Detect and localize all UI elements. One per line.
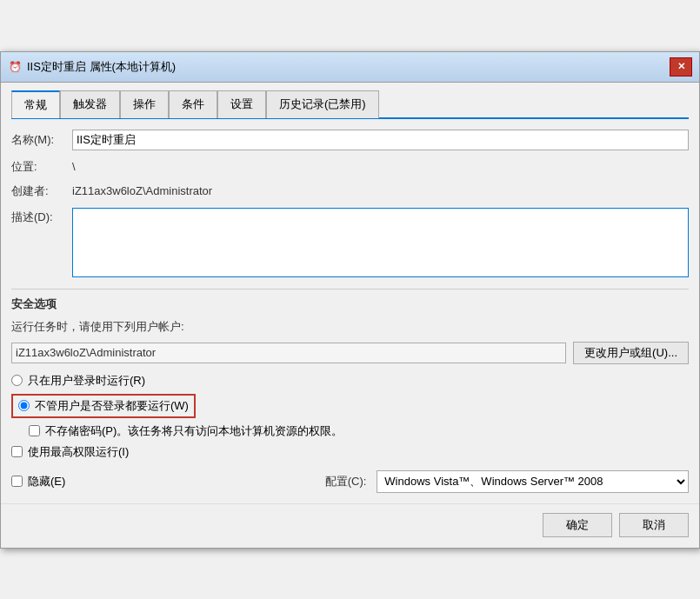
description-row: 描述(D): [11, 208, 689, 280]
name-input[interactable] [72, 130, 689, 150]
tab-conditions[interactable]: 条件 [169, 90, 217, 118]
tabs-bar: 常规 触发器 操作 条件 设置 历史记录(已禁用) [11, 90, 689, 119]
title-bar-left: ⏰ IIS定时重启 属性(本地计算机) [8, 59, 176, 75]
config-select[interactable]: Windows Vista™、Windows Server™ 2008 Wind… [377, 470, 689, 493]
checkbox-row-1: 不存储密码(P)。该任务将只有访问本地计算机资源的权限。 [29, 423, 689, 439]
name-row: 名称(M): [11, 130, 689, 150]
hide-section: 隐藏(E) [11, 474, 315, 489]
title-bar-buttons: ✕ [670, 57, 692, 77]
divider [11, 289, 689, 290]
config-label: 配置(C): [325, 474, 367, 489]
close-button[interactable]: ✕ [670, 57, 692, 77]
title-bar: ⏰ IIS定时重启 属性(本地计算机) ✕ [1, 52, 699, 83]
radio-login-only-label: 只在用户登录时运行(R) [28, 373, 145, 389]
security-subtitle: 运行任务时，请使用下列用户帐户: [11, 319, 689, 335]
footer-buttons: 确定 取消 [1, 503, 699, 548]
description-input-wrap [72, 208, 689, 280]
radio-always-run-label: 不管用户是否登录都要运行(W) [35, 398, 189, 414]
radio-login-only[interactable] [11, 375, 23, 386]
tab-actions[interactable]: 操作 [120, 90, 169, 118]
tab-general[interactable]: 常规 [11, 90, 60, 118]
author-row: 创建者: iZ11ax3w6loZ\Administrator [11, 183, 689, 199]
description-label: 描述(D): [11, 208, 72, 225]
user-row: 更改用户或组(U)... [11, 342, 689, 364]
location-label: 位置: [11, 159, 72, 175]
radio-always-run[interactable] [18, 400, 30, 411]
tab-history[interactable]: 历史记录(已禁用) [266, 90, 379, 118]
main-window: ⏰ IIS定时重启 属性(本地计算机) ✕ 常规 触发器 操作 条件 设置 历史… [0, 51, 700, 549]
highest-privilege-label: 使用最高权限运行(I) [28, 444, 129, 460]
window-title: IIS定时重启 属性(本地计算机) [27, 59, 176, 75]
highest-privilege-checkbox[interactable] [11, 446, 23, 457]
window-icon: ⏰ [8, 60, 22, 74]
location-row: 位置: \ [11, 159, 689, 175]
no-store-password-label: 不存储密码(P)。该任务将只有访问本地计算机资源的权限。 [45, 423, 343, 439]
hide-checkbox[interactable] [11, 476, 23, 487]
tab-triggers[interactable]: 触发器 [60, 90, 120, 118]
radio-row-2-highlight: 不管用户是否登录都要运行(W) [11, 394, 196, 418]
no-store-password-checkbox[interactable] [29, 425, 40, 436]
radio-row-2-container: 不管用户是否登录都要运行(W) [11, 394, 689, 418]
bottom-options-row: 隐藏(E) 配置(C): Windows Vista™、Windows Serv… [11, 470, 689, 493]
location-value: \ [72, 160, 689, 173]
security-title: 安全选项 [11, 296, 689, 312]
radio-row-1: 只在用户登录时运行(R) [11, 373, 689, 389]
change-user-button[interactable]: 更改用户或组(U)... [573, 342, 689, 364]
description-input[interactable] [72, 208, 689, 277]
tab-settings[interactable]: 设置 [217, 90, 266, 118]
user-field[interactable] [11, 343, 566, 363]
author-value: iZ11ax3w6loZ\Administrator [72, 184, 689, 197]
hide-label: 隐藏(E) [28, 474, 65, 489]
name-label: 名称(M): [11, 132, 72, 148]
author-label: 创建者: [11, 183, 72, 199]
ok-button[interactable]: 确定 [543, 513, 612, 537]
cancel-button[interactable]: 取消 [619, 513, 689, 537]
content-area: 常规 触发器 操作 条件 设置 历史记录(已禁用) 名称(M): 位置: \ 创… [1, 83, 699, 503]
checkbox-row-2: 使用最高权限运行(I) [11, 444, 689, 460]
